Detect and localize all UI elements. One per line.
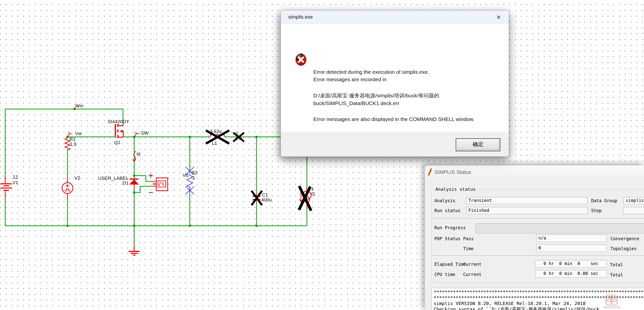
separator <box>432 256 644 257</box>
status-panel-title: SIMPLIS Status <box>434 169 471 175</box>
component-label: USER_LABEL <box>98 176 128 181</box>
simplis-error-dialog: simplis.exe ✕ Error detected during the … <box>280 10 509 157</box>
run-progress-label: Run Progress <box>434 225 466 230</box>
wires <box>5 109 307 245</box>
component-label: Q1 <box>114 140 120 145</box>
component-label: V2 <box>74 176 80 180</box>
resistor-R1[interactable] <box>65 137 70 151</box>
pop-time-field[interactable]: 0 <box>536 244 607 252</box>
component-label: 400u <box>261 198 272 202</box>
error-icon <box>295 53 306 66</box>
error-line-1: Error detected during the execution of s… <box>313 69 429 75</box>
data-group-field[interactable]: simplis <box>624 197 644 204</box>
log-line: simplis VERSION 8.20, RELEASE Rel-18.20.… <box>434 300 644 306</box>
error-path-line-1: D:/桌面/高斯宝-服务器电源/simplis/培训/buck/有问题的 <box>313 92 439 99</box>
error-path-line-2: buck/SIMPLIS_Data/BUCK1.deck.err <box>313 100 400 106</box>
component-label: R1 <box>70 137 76 141</box>
component-label: 12 <box>13 175 18 179</box>
component-label: C1 <box>262 193 268 197</box>
time-label: Time <box>463 246 474 251</box>
simplis-logo-icon <box>428 168 434 176</box>
component-label: f1 <box>311 192 315 196</box>
component-label: 1.5 <box>70 142 76 146</box>
log-line: Checking syntax of ``D:/桌面/高斯宝-服务器电源/sim… <box>434 306 644 310</box>
pass-label: Pass <box>463 236 474 241</box>
junction-dots <box>66 108 258 227</box>
pop-pass-field[interactable]: n/a <box>536 234 607 242</box>
cpu-current-label: Current <box>463 272 482 277</box>
dialog-titlebar[interactable]: simplis.exe ✕ <box>281 11 509 24</box>
mosfet-Q1[interactable] <box>115 124 123 138</box>
component-label: 3 <box>192 176 195 180</box>
elapsed-total-label: Total <box>610 262 623 267</box>
simplis-status-panel: SIMPLIS Status Analysis status Analysis … <box>425 165 644 310</box>
component-label: SW <box>141 131 148 135</box>
component-label: Id <box>136 151 140 156</box>
probe-vd[interactable] <box>149 174 168 193</box>
screen: VinSI4420DYVwSWR11.5Q1Id3.62uL1IL12V1V2U… <box>0 0 644 310</box>
dialog-footer: 确定 <box>281 132 509 157</box>
component-label: Vd <box>182 173 188 178</box>
elapsed-time-label: Elapsed Time <box>434 262 466 267</box>
error-line-2: Error messages are recorded in <box>313 77 386 82</box>
dialog-title: simplis.exe <box>288 14 313 20</box>
voltage-source-V1[interactable] <box>0 176 12 198</box>
cpu-current-field[interactable]: 0 hr 0 min 0.00 sec <box>535 270 607 277</box>
component-label: Vin <box>77 103 83 108</box>
analysis-status-group-label: Analysis status <box>434 187 477 192</box>
close-icon[interactable]: ✕ <box>495 14 502 21</box>
run-progress-bar <box>476 223 644 233</box>
step-field[interactable] <box>624 207 644 214</box>
component-label: V1 <box>12 180 18 185</box>
probe-vw[interactable] <box>68 132 72 137</box>
pop-status-label: POP Status <box>434 236 460 241</box>
run-status-label: Run status <box>434 208 460 213</box>
ok-button[interactable]: 确定 <box>456 138 500 151</box>
elapsed-current-label: Current <box>463 262 482 267</box>
step-label: Step <box>591 208 602 213</box>
component-label: SI4420DY <box>108 119 129 124</box>
log-line: ****************************************… <box>434 289 644 295</box>
component-label: L1 <box>212 141 217 145</box>
convergence-label: Convergence <box>610 236 639 241</box>
log-line: ****************************************… <box>434 295 644 300</box>
error-line-3: Error messages are also displayed in the… <box>313 116 474 122</box>
run-status-field[interactable]: Finished <box>466 207 588 214</box>
analysis-label: Analysis <box>434 198 455 203</box>
component-label: Vw <box>75 131 82 136</box>
elapsed-current-field[interactable]: 0 hr 0 min 0 sec <box>535 260 607 267</box>
component-label: D1 <box>122 181 128 185</box>
component-label: 3.62u <box>210 129 222 134</box>
probe-sw[interactable] <box>134 132 140 137</box>
diode-D1[interactable] <box>130 179 138 188</box>
topologies-label: Topologies <box>610 246 636 251</box>
simulation-log[interactable]: ****************************************… <box>432 288 644 310</box>
component-label: 4 <box>311 187 314 192</box>
data-group-label: Data Group <box>591 198 617 203</box>
voltage-source-V2[interactable] <box>62 176 73 199</box>
analysis-field[interactable]: Transient <box>466 197 588 204</box>
dialog-body: Error detected during the execution of s… <box>281 24 509 132</box>
component-label: IL <box>235 131 239 136</box>
component-label: R2 <box>192 171 198 175</box>
cpu-total-label: Total <box>610 272 623 277</box>
cpu-time-label: CPU time <box>434 272 455 277</box>
ground-symbol[interactable] <box>129 245 140 255</box>
separator <box>432 218 644 219</box>
